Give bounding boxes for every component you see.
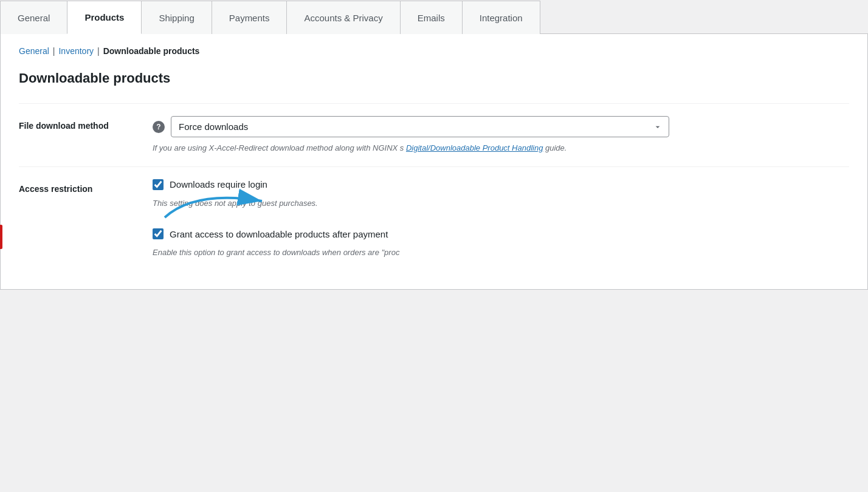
- downloads-require-login-description: This setting does not apply to guest pur…: [153, 197, 651, 210]
- breadcrumb-sep-2: |: [97, 46, 100, 56]
- help-icon[interactable]: ?: [153, 121, 165, 133]
- file-download-description: If you are using X-Accel-Redirect downlo…: [153, 142, 651, 154]
- breadcrumb-inventory[interactable]: Inventory: [58, 46, 94, 56]
- access-restriction-control: Downloads require login This setting doe…: [153, 179, 849, 259]
- downloads-require-login-checkbox[interactable]: [153, 179, 164, 190]
- breadcrumb-general[interactable]: General: [19, 46, 49, 56]
- tab-integration[interactable]: Integration: [462, 1, 540, 34]
- breadcrumb: General | Inventory | Downloadable produ…: [19, 46, 849, 56]
- file-download-control: ? Force downloads X-Accel-Redirect Redir…: [153, 116, 849, 154]
- section-title: Downloadable products: [19, 70, 849, 86]
- grant-access-row: Grant access to downloadable products af…: [153, 228, 849, 239]
- tabs-bar: General Products Shipping Payments Accou…: [0, 0, 868, 34]
- grant-access-description: Enable this option to grant access to do…: [153, 247, 651, 259]
- access-restriction-label: Access restriction: [19, 179, 153, 194]
- breadcrumb-current: Downloadable products: [103, 46, 200, 56]
- tab-products[interactable]: Products: [67, 1, 142, 34]
- tab-payments[interactable]: Payments: [212, 1, 288, 34]
- content-area: General | Inventory | Downloadable produ…: [0, 34, 868, 290]
- file-download-label: File download method: [19, 116, 153, 131]
- downloadable-product-handling-link[interactable]: Digital/Downloadable Product Handling: [406, 143, 543, 152]
- tab-accounts-privacy[interactable]: Accounts & Privacy: [286, 1, 400, 34]
- file-download-method-row: File download method ? Force downloads X…: [19, 103, 849, 166]
- grant-access-label: Grant access to downloadable products af…: [170, 229, 388, 239]
- downloads-require-login-label: Downloads require login: [170, 179, 267, 190]
- tab-emails[interactable]: Emails: [400, 1, 463, 34]
- tab-general[interactable]: General: [0, 1, 67, 34]
- access-restriction-row: Access restriction Downloads require log…: [19, 166, 849, 271]
- grant-access-checkbox[interactable]: [153, 228, 164, 239]
- breadcrumb-sep-1: |: [53, 46, 55, 56]
- file-download-control-row: ? Force downloads X-Accel-Redirect Redir…: [153, 116, 849, 137]
- downloads-require-login-row: Downloads require login: [153, 179, 849, 190]
- left-accent: [0, 225, 2, 249]
- file-download-select[interactable]: Force downloads X-Accel-Redirect Redirec…: [171, 116, 669, 137]
- tab-shipping[interactable]: Shipping: [141, 1, 212, 34]
